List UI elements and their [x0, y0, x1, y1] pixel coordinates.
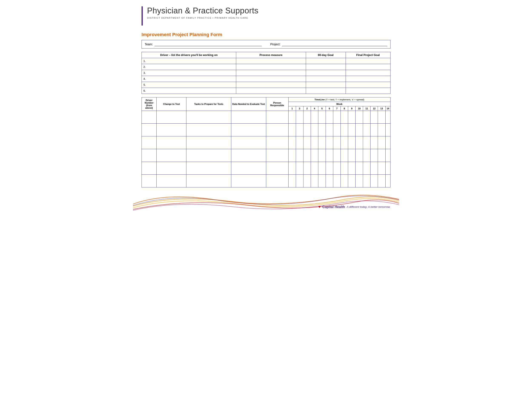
week-data-cell[interactable] — [378, 175, 385, 187]
person-cell[interactable] — [266, 124, 288, 136]
week-data-cell[interactable] — [363, 111, 370, 124]
driver-num-cell[interactable] — [142, 175, 157, 187]
week-data-cell[interactable] — [303, 175, 311, 187]
driver-num-cell[interactable] — [142, 136, 157, 149]
week-data-cell[interactable] — [318, 136, 326, 149]
week-data-cell[interactable] — [326, 136, 333, 149]
driver-cell[interactable]: 2. — [142, 64, 236, 70]
week-data-cell[interactable] — [385, 175, 390, 187]
week-data-cell[interactable] — [348, 175, 356, 187]
week-data-cell[interactable] — [378, 162, 385, 175]
week-data-cell[interactable] — [348, 149, 356, 162]
week-data-cell[interactable] — [385, 149, 390, 162]
driver-num-cell[interactable] — [142, 111, 157, 124]
data-cell[interactable] — [231, 124, 266, 136]
week-data-cell[interactable] — [296, 111, 303, 124]
final-goal-cell[interactable] — [346, 58, 390, 64]
week-data-cell[interactable] — [318, 149, 326, 162]
week-data-cell[interactable] — [378, 149, 385, 162]
week-data-cell[interactable] — [385, 111, 390, 124]
process-cell[interactable] — [236, 70, 306, 76]
week-data-cell[interactable] — [303, 149, 311, 162]
week-data-cell[interactable] — [370, 136, 378, 149]
week-data-cell[interactable] — [333, 162, 341, 175]
week-data-cell[interactable] — [385, 136, 390, 149]
week-data-cell[interactable] — [303, 111, 311, 124]
person-cell[interactable] — [266, 175, 288, 187]
week-data-cell[interactable] — [378, 124, 385, 136]
tasks-cell[interactable] — [186, 111, 231, 124]
week-data-cell[interactable] — [385, 162, 390, 175]
tasks-cell[interactable] — [186, 162, 231, 175]
project-input-line[interactable] — [282, 42, 387, 46]
week-data-cell[interactable] — [363, 136, 370, 149]
week-data-cell[interactable] — [318, 124, 326, 136]
driver-num-cell[interactable] — [142, 149, 157, 162]
week-data-cell[interactable] — [341, 124, 348, 136]
week-data-cell[interactable] — [303, 124, 311, 136]
week-data-cell[interactable] — [288, 149, 296, 162]
week-data-cell[interactable] — [311, 136, 318, 149]
week-data-cell[interactable] — [363, 175, 370, 187]
driver-cell[interactable]: 3. — [142, 70, 236, 76]
final-goal-cell[interactable] — [346, 82, 390, 88]
week-data-cell[interactable] — [311, 175, 318, 187]
week-data-cell[interactable] — [363, 149, 370, 162]
driver-cell[interactable]: 1. — [142, 58, 236, 64]
week-data-cell[interactable] — [356, 175, 363, 187]
week-data-cell[interactable] — [311, 149, 318, 162]
week-data-cell[interactable] — [318, 175, 326, 187]
week-data-cell[interactable] — [288, 175, 296, 187]
week-data-cell[interactable] — [288, 136, 296, 149]
data-cell[interactable] — [231, 175, 266, 187]
week-data-cell[interactable] — [326, 175, 333, 187]
week-data-cell[interactable] — [303, 136, 311, 149]
process-cell[interactable] — [236, 64, 306, 70]
week-data-cell[interactable] — [288, 162, 296, 175]
process-cell[interactable] — [236, 58, 306, 64]
week-data-cell[interactable] — [370, 111, 378, 124]
week-data-cell[interactable] — [326, 149, 333, 162]
week-data-cell[interactable] — [348, 111, 356, 124]
change-cell[interactable] — [157, 124, 186, 136]
week-data-cell[interactable] — [341, 111, 348, 124]
change-cell[interactable] — [157, 149, 186, 162]
week-data-cell[interactable] — [348, 136, 356, 149]
week-data-cell[interactable] — [333, 175, 341, 187]
week-data-cell[interactable] — [333, 111, 341, 124]
week-data-cell[interactable] — [378, 136, 385, 149]
person-cell[interactable] — [266, 162, 288, 175]
week-data-cell[interactable] — [296, 162, 303, 175]
final-goal-cell[interactable] — [346, 70, 390, 76]
week-data-cell[interactable] — [356, 136, 363, 149]
week-data-cell[interactable] — [363, 124, 370, 136]
tasks-cell[interactable] — [186, 136, 231, 149]
week-data-cell[interactable] — [326, 162, 333, 175]
week-data-cell[interactable] — [333, 124, 341, 136]
driver-cell[interactable]: 4. — [142, 76, 236, 82]
person-cell[interactable] — [266, 111, 288, 124]
final-goal-cell[interactable] — [346, 88, 390, 94]
week-data-cell[interactable] — [288, 111, 296, 124]
week-data-cell[interactable] — [385, 124, 390, 136]
person-cell[interactable] — [266, 149, 288, 162]
week-data-cell[interactable] — [356, 149, 363, 162]
week-data-cell[interactable] — [311, 111, 318, 124]
process-cell[interactable] — [236, 82, 306, 88]
goal-90-cell[interactable] — [306, 82, 346, 88]
tasks-cell[interactable] — [186, 149, 231, 162]
week-data-cell[interactable] — [318, 111, 326, 124]
week-data-cell[interactable] — [370, 162, 378, 175]
driver-num-cell[interactable] — [142, 124, 157, 136]
driver-num-cell[interactable] — [142, 162, 157, 175]
goal-90-cell[interactable] — [306, 64, 346, 70]
team-input-line[interactable] — [154, 42, 262, 46]
week-data-cell[interactable] — [356, 162, 363, 175]
week-data-cell[interactable] — [333, 149, 341, 162]
week-data-cell[interactable] — [296, 136, 303, 149]
change-cell[interactable] — [157, 136, 186, 149]
week-data-cell[interactable] — [356, 111, 363, 124]
change-cell[interactable] — [157, 175, 186, 187]
final-goal-cell[interactable] — [346, 64, 390, 70]
goal-90-cell[interactable] — [306, 70, 346, 76]
